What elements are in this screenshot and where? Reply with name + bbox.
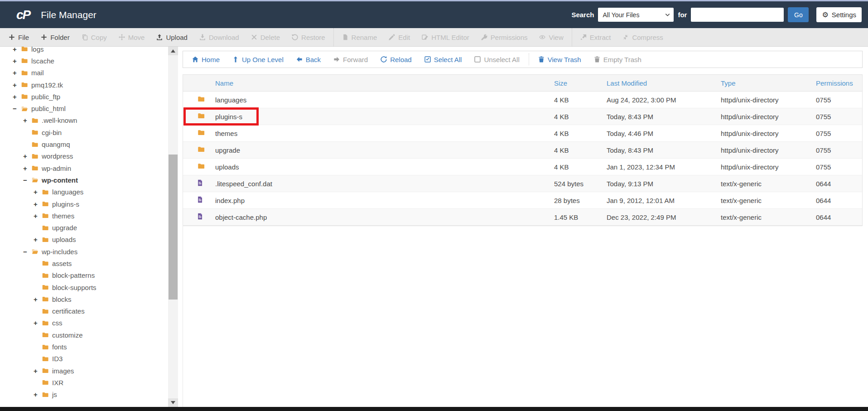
toolbar-button-file[interactable]: File [3, 28, 35, 46]
file-type: httpd/unix-directory [721, 146, 816, 154]
tree-item-block-patterns[interactable]: block-patterns [0, 270, 168, 281]
file-row-object-cache-php[interactable]: object-cache.php 1.45 KB Dec 23, 2022, 2… [183, 209, 862, 226]
tree-item-mail[interactable]: + mail [0, 67, 168, 79]
nav-button-select-all[interactable]: Select All [418, 56, 468, 63]
tree-item-customize[interactable]: customize [0, 329, 168, 341]
settings-button[interactable]: ⚙ Settings [816, 7, 862, 22]
tree-item-js[interactable]: + js [0, 389, 168, 401]
file-row-index-php[interactable]: index.php 28 bytes Jan 9, 2012, 12:01 AM… [183, 192, 862, 209]
file-name: index.php [210, 197, 554, 204]
tree-item-cgi-bin[interactable]: cgi-bin [0, 126, 168, 138]
column-header-type[interactable]: Type [721, 79, 816, 87]
upload-icon [156, 34, 163, 40]
tree-item-fonts[interactable]: fonts [0, 341, 168, 353]
toolbar-button-label: Move [128, 34, 145, 41]
tree-item-themes[interactable]: + themes [0, 210, 168, 222]
collapse-icon[interactable]: − [13, 105, 20, 112]
tree-item-ixr[interactable]: IXR [0, 377, 168, 388]
expand-icon[interactable]: + [23, 164, 31, 172]
go-button[interactable]: Go [788, 7, 809, 22]
file-row-themes[interactable]: themes 4 KB Today, 4:46 PM httpd/unix-di… [183, 125, 862, 142]
toolbar-button-extract: Extract [574, 28, 617, 46]
tree-item-wp-includes[interactable]: − wp-includes [0, 246, 168, 257]
file-rows: languages 4 KB Aug 24, 2022, 3:00 PM htt… [183, 92, 862, 226]
file-size: 4 KB [554, 146, 607, 154]
expand-icon[interactable]: + [34, 319, 41, 327]
tree-item-plugins-s[interactable]: + plugins-s [0, 198, 168, 210]
scroll-down-button[interactable] [168, 398, 178, 407]
column-header-name[interactable]: Name [210, 79, 554, 87]
expand-icon[interactable]: + [34, 212, 41, 220]
folder-icon [197, 96, 206, 102]
column-header-size[interactable]: Size [554, 79, 607, 87]
tree-item-blocks[interactable]: + blocks [0, 293, 168, 305]
nav-button-reload[interactable]: Reload [374, 56, 418, 63]
tree-item-certificates[interactable]: certificates [0, 305, 168, 317]
tree-item-quangmq[interactable]: quangmq [0, 138, 168, 150]
toolbar-button-compress: Compress [617, 28, 669, 46]
file-row-plugins-s[interactable]: plugins-s 4 KB Today, 8:43 PM httpd/unix… [183, 108, 862, 125]
expand-icon[interactable]: + [34, 367, 41, 375]
tree-item-logs[interactable]: + logs [0, 47, 168, 55]
tree-item-wordpress[interactable]: + wordpress [0, 150, 168, 162]
tree-item-public-ftp[interactable]: + public_ftp [0, 91, 168, 102]
expand-icon[interactable]: + [13, 81, 20, 89]
collapse-icon[interactable]: − [23, 176, 31, 184]
nav-button-view-trash[interactable]: View Trash [532, 56, 588, 63]
file-permissions: 0755 [816, 146, 862, 154]
search-scope-select[interactable]: All Your Files [598, 8, 674, 22]
toolbar-button-rename: Rename [336, 28, 383, 46]
tree-item--well-known[interactable]: + .well-known [0, 115, 168, 126]
tree-item-public-html[interactable]: − public_html [0, 102, 168, 114]
expand-icon[interactable]: + [34, 188, 41, 196]
file-icon-cell [183, 96, 210, 104]
expand-icon[interactable]: + [23, 116, 31, 124]
nav-button-home[interactable]: Home [186, 56, 226, 63]
toolbar-button-label: Delete [260, 34, 280, 41]
search-input[interactable] [691, 8, 784, 22]
nav-separator [529, 53, 529, 65]
expand-icon[interactable]: + [34, 295, 41, 303]
tree-item-upgrade[interactable]: upgrade [0, 222, 168, 233]
tree-item-id3[interactable]: ID3 [0, 353, 168, 365]
sidebar-scrollbar[interactable] [168, 47, 178, 407]
expand-icon[interactable]: + [13, 47, 20, 53]
expand-icon[interactable]: + [23, 152, 31, 160]
expand-icon[interactable]: + [34, 200, 41, 208]
tree-item-pmq192-tk[interactable]: + pmq192.tk [0, 79, 168, 91]
tree-item-uploads[interactable]: + uploads [0, 234, 168, 246]
file-size: 4 KB [554, 130, 607, 137]
tree-item-block-supports[interactable]: block-supports [0, 281, 168, 293]
toolbar-button-folder[interactable]: Folder [35, 28, 76, 46]
scrollbar-thumb[interactable] [169, 155, 178, 300]
nav-button-back[interactable]: Back [290, 56, 327, 63]
tree-item-label: ID3 [52, 355, 63, 363]
expand-icon[interactable]: + [34, 391, 41, 398]
file-row-languages[interactable]: languages 4 KB Aug 24, 2022, 3:00 PM htt… [183, 92, 862, 108]
gear-icon: ⚙ [822, 11, 828, 19]
tree-item-assets[interactable]: assets [0, 257, 168, 269]
scroll-up-button[interactable] [168, 47, 178, 55]
expand-icon[interactable]: + [13, 69, 20, 77]
file-row--litespeed-conf-dat[interactable]: .litespeed_conf.dat 524 bytes Today, 9:1… [183, 175, 862, 192]
column-header-permissions[interactable]: Permissions [816, 79, 862, 87]
expand-icon[interactable]: + [13, 93, 20, 101]
file-row-uploads[interactable]: uploads 4 KB Jan 1, 2023, 12:34 PM httpd… [183, 159, 862, 175]
navigation-bar: Home Up One Level Back Forward Reload Se… [183, 51, 863, 68]
tree-item-css[interactable]: + css [0, 317, 168, 329]
expand-icon[interactable]: + [34, 236, 41, 243]
tree-item-images[interactable]: + images [0, 365, 168, 377]
tree-item-languages[interactable]: + languages [0, 186, 168, 198]
tree-item-label: fonts [52, 343, 67, 351]
column-header-modified[interactable]: Last Modified [607, 79, 721, 87]
file-row-upgrade[interactable]: upgrade 4 KB Today, 8:43 PM httpd/unix-d… [183, 142, 862, 159]
nav-button-up-one-level[interactable]: Up One Level [226, 56, 290, 63]
tree-item-lscache[interactable]: + lscache [0, 55, 168, 67]
toolbar-button-upload[interactable]: Upload [150, 28, 193, 46]
expand-icon[interactable]: + [13, 57, 20, 65]
collapse-icon[interactable]: − [23, 248, 31, 256]
tree-item-wp-content[interactable]: − wp-content [0, 174, 168, 186]
tree-item-wp-admin[interactable]: + wp-admin [0, 162, 168, 174]
html-editor-icon [422, 34, 428, 40]
tree-item-label: cgi-bin [42, 129, 62, 136]
